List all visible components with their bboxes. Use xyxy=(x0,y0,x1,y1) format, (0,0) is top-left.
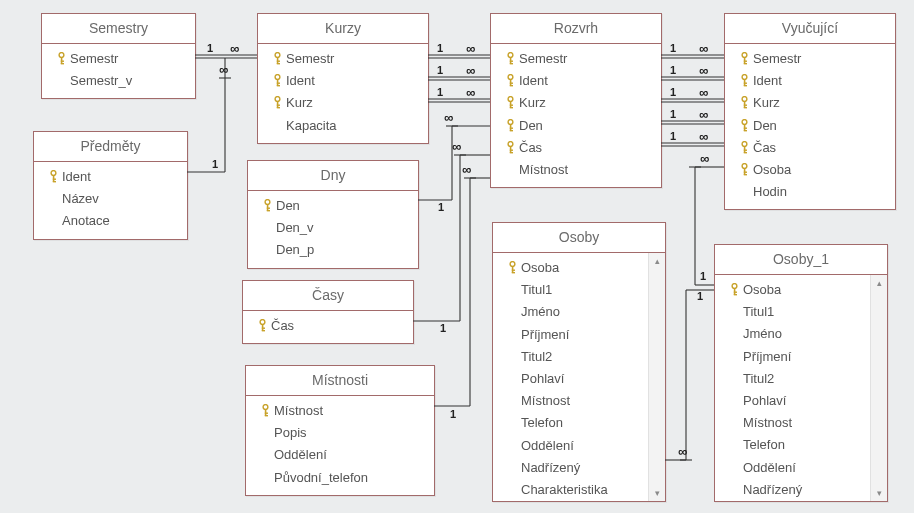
key-icon xyxy=(273,52,282,66)
table-casy[interactable]: Časy Čas xyxy=(242,280,414,344)
svg-text:∞: ∞ xyxy=(219,62,228,77)
field-row[interactable]: Místnost xyxy=(715,412,869,434)
field-row[interactable]: Název xyxy=(34,188,187,210)
field-row[interactable]: Jméno xyxy=(715,323,869,345)
field-name: Kurz xyxy=(519,94,649,112)
field-row[interactable]: Semestr xyxy=(491,48,661,70)
field-row[interactable]: Příjmení xyxy=(493,324,647,346)
table-rozvrh[interactable]: Rozvrh Semestr Ident Kurz Den Čas Místno… xyxy=(490,13,662,188)
field-row[interactable]: Jméno xyxy=(493,301,647,323)
svg-text:∞: ∞ xyxy=(466,41,475,56)
field-row[interactable]: Oddělení xyxy=(246,444,434,466)
field-row[interactable]: Oddělení xyxy=(715,457,869,479)
key-icon xyxy=(57,52,66,66)
table-vyucujici[interactable]: Vyučující Semestr Ident Kurz Den Čas Oso… xyxy=(724,13,896,210)
field-name: Den xyxy=(276,197,406,215)
scroll-down-icon[interactable]: ▾ xyxy=(649,485,665,501)
field-row[interactable]: Titul1 xyxy=(715,301,869,323)
field-name: Místnost xyxy=(274,402,422,420)
field-name: Příjmení xyxy=(743,348,857,366)
field-row[interactable]: Titul2 xyxy=(493,346,647,368)
key-icon xyxy=(273,96,282,110)
field-row[interactable]: Den_v xyxy=(248,217,418,239)
table-header: Místnosti xyxy=(246,366,434,396)
field-row[interactable]: Nadřízený xyxy=(715,479,869,501)
field-row[interactable]: Nadřízený xyxy=(493,457,647,479)
table-mistnosti[interactable]: Místnosti Místnost Popis Oddělení Původn… xyxy=(245,365,435,496)
field-row[interactable]: Telefon xyxy=(493,412,647,434)
field-row[interactable]: Kurz xyxy=(258,92,428,114)
svg-text:∞: ∞ xyxy=(699,85,708,100)
field-name: Ident xyxy=(519,72,649,90)
field-name: Semestr_v xyxy=(70,72,183,90)
field-row[interactable]: Příjmení xyxy=(715,346,869,368)
key-icon xyxy=(506,119,515,133)
field-row[interactable]: Osoba xyxy=(715,279,869,301)
field-row[interactable]: Den_p xyxy=(248,239,418,261)
field-name: Den xyxy=(519,117,649,135)
field-row[interactable]: Čas xyxy=(491,137,661,159)
field-name: Jméno xyxy=(743,325,857,343)
field-row[interactable]: Titul1 xyxy=(493,279,647,301)
table-semestry[interactable]: Semestry Semestr Semestr_v xyxy=(41,13,196,99)
field-name: Titul1 xyxy=(743,303,857,321)
field-row[interactable]: Telefon xyxy=(715,434,869,456)
field-row[interactable]: Semestr xyxy=(258,48,428,70)
svg-text:1: 1 xyxy=(670,86,676,98)
svg-text:∞: ∞ xyxy=(700,151,709,166)
field-name: Semestr xyxy=(519,50,649,68)
field-row[interactable]: Ident xyxy=(725,70,895,92)
field-row[interactable]: Místnost xyxy=(491,159,661,181)
field-name: Den_v xyxy=(276,219,406,237)
field-row[interactable]: Oddělení xyxy=(493,435,647,457)
field-row[interactable]: Charakteristika xyxy=(493,479,647,501)
field-row[interactable]: Pohlaví xyxy=(715,390,869,412)
field-row[interactable]: Kurz xyxy=(725,92,895,114)
field-row[interactable]: Čas xyxy=(243,315,413,337)
table-dny[interactable]: Dny Den Den_v Den_p xyxy=(247,160,419,269)
key-icon xyxy=(740,163,749,177)
field-row[interactable]: Osoba xyxy=(493,257,647,279)
field-name: Nadřízený xyxy=(521,459,635,477)
svg-text:1: 1 xyxy=(437,42,443,54)
field-row[interactable]: Titul2 xyxy=(715,368,869,390)
field-row[interactable]: Kurz xyxy=(491,92,661,114)
key-icon xyxy=(506,52,515,66)
field-row[interactable]: Místnost xyxy=(493,390,647,412)
field-row[interactable]: Ident xyxy=(258,70,428,92)
field-row[interactable]: Den xyxy=(725,115,895,137)
svg-text:1: 1 xyxy=(212,158,218,170)
scrollbar[interactable]: ▴ ▾ xyxy=(648,253,665,501)
field-row[interactable]: Den xyxy=(248,195,418,217)
field-row[interactable]: Popis xyxy=(246,422,434,444)
table-osoby[interactable]: Osoby Osoba Titul1 Jméno Příjmení Titul2… xyxy=(492,222,666,502)
field-row[interactable]: Kapacita xyxy=(258,115,428,137)
svg-text:∞: ∞ xyxy=(699,63,708,78)
field-row[interactable]: Místnost xyxy=(246,400,434,422)
field-row[interactable]: Pohlaví xyxy=(493,368,647,390)
table-predmety[interactable]: Předměty Ident Název Anotace xyxy=(33,131,188,240)
field-row[interactable]: Den xyxy=(491,115,661,137)
scroll-up-icon[interactable]: ▴ xyxy=(649,253,665,269)
field-row[interactable]: Hodin xyxy=(725,181,895,203)
field-row[interactable]: Čas xyxy=(725,137,895,159)
key-icon xyxy=(49,170,58,184)
field-name: Čas xyxy=(753,139,883,157)
svg-text:∞: ∞ xyxy=(699,41,708,56)
table-header: Časy xyxy=(243,281,413,311)
field-name: Čas xyxy=(271,317,401,335)
field-name: Jméno xyxy=(521,303,635,321)
field-row[interactable]: Semestr xyxy=(725,48,895,70)
field-row[interactable]: Semestr_v xyxy=(42,70,195,92)
scrollbar[interactable]: ▴ ▾ xyxy=(870,275,887,501)
field-row[interactable]: Původní_telefon xyxy=(246,467,434,489)
field-row[interactable]: Ident xyxy=(491,70,661,92)
scroll-up-icon[interactable]: ▴ xyxy=(871,275,887,291)
scroll-down-icon[interactable]: ▾ xyxy=(871,485,887,501)
field-row[interactable]: Semestr xyxy=(42,48,195,70)
table-osoby-1[interactable]: Osoby_1 Osoba Titul1 Jméno Příjmení Titu… xyxy=(714,244,888,502)
field-row[interactable]: Ident xyxy=(34,166,187,188)
field-row[interactable]: Anotace xyxy=(34,210,187,232)
field-row[interactable]: Osoba xyxy=(725,159,895,181)
table-kurzy[interactable]: Kurzy Semestr Ident Kurz Kapacita xyxy=(257,13,429,144)
